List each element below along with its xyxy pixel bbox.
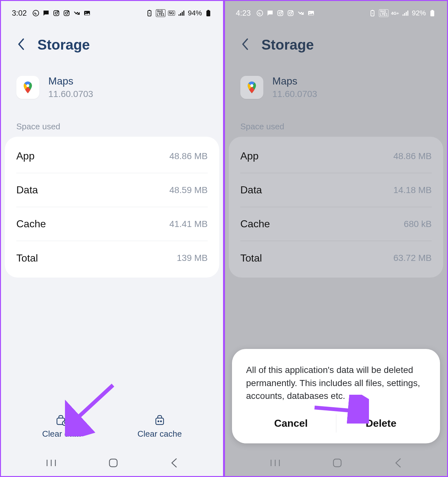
row-data-value: 48.59 MB [169, 185, 208, 195]
app-version: 11.60.0703 [48, 89, 93, 99]
page-title: Storage [37, 37, 90, 53]
svg-point-5 [65, 12, 68, 14]
recents-button[interactable] [46, 458, 57, 469]
row-total-label: Total [240, 252, 262, 264]
row-data: Data 48.59 MB [16, 173, 208, 207]
android-navbar [225, 451, 447, 476]
row-cache: Cache 680 kB [240, 207, 432, 241]
status-time: 3:02 [12, 9, 27, 18]
row-data-label: Data [16, 184, 38, 196]
cancel-button[interactable]: Cancel [246, 414, 336, 433]
svg-rect-10 [179, 14, 180, 16]
storage-card: App 48.86 MB Data 14.18 MB Cache 680 kB … [229, 137, 443, 278]
svg-point-8 [85, 12, 86, 13]
page-header: Storage [225, 18, 447, 53]
svg-rect-19 [156, 418, 164, 424]
row-data: Data 14.18 MB [240, 173, 432, 207]
svg-point-3 [58, 11, 58, 12]
app-name: Maps [272, 75, 317, 87]
clear-cache-icon [153, 414, 166, 426]
svg-rect-47 [333, 459, 341, 467]
delete-button[interactable]: Delete [336, 414, 426, 433]
row-data-value: 14.18 MB [393, 185, 432, 195]
battery-percent: 92% [412, 9, 426, 17]
chat-icon [266, 9, 274, 17]
svg-rect-14 [206, 11, 210, 16]
clear-cache-label: Clear cache [137, 429, 182, 439]
maps-app-icon [240, 76, 263, 99]
row-total-value: 139 MB [177, 253, 208, 263]
screenshot-right: 4:23 Vo)) LTE1 4G+ 92% Storage Maps [224, 0, 448, 477]
row-cache-label: Cache [240, 218, 270, 230]
back-icon[interactable] [17, 37, 26, 53]
row-data-label: Data [240, 184, 262, 196]
instagram-icon [276, 9, 284, 17]
clear-data-label: Clear data [42, 429, 81, 439]
clear-cache-button[interactable]: Clear cache [137, 414, 182, 439]
app-info: Maps 11.60.0703 [225, 53, 447, 99]
svg-rect-11 [180, 13, 181, 16]
maps-app-icon [16, 76, 39, 99]
app-info: Maps 11.60.0703 [1, 53, 223, 99]
svg-rect-15 [207, 10, 209, 11]
volte-icon: Vo)) LTE1 [379, 9, 388, 17]
instagram-icon-2 [287, 9, 294, 17]
battery-percent: 94% [188, 9, 202, 17]
svg-point-2 [55, 12, 57, 14]
svg-rect-42 [431, 10, 433, 11]
clear-data-icon [55, 414, 68, 426]
bottom-actions: Clear data Clear cache [1, 414, 223, 448]
recents-button[interactable] [270, 458, 281, 469]
row-total: Total 63.72 MB [240, 241, 432, 275]
storage-card: App 48.86 MB Data 48.59 MB Cache 41.41 M… [5, 137, 219, 278]
svg-rect-39 [406, 12, 407, 16]
power-saving-icon [146, 9, 153, 17]
battery-icon [204, 9, 212, 17]
row-app-value: 48.86 MB [393, 151, 432, 161]
dialog-message: All of this application's data will be d… [246, 364, 426, 403]
row-total-value: 63.72 MB [393, 253, 432, 263]
missed-call-icon [73, 9, 81, 17]
section-space-used: Space used [225, 99, 447, 137]
screenshot-left: 3:02 Vo)) LTE1 5G 94% Storage Maps [0, 0, 224, 477]
row-app-label: App [240, 150, 259, 162]
svg-rect-41 [430, 11, 434, 16]
svg-point-35 [309, 12, 310, 13]
power-saving-icon [369, 9, 376, 17]
home-button[interactable] [332, 457, 343, 470]
svg-point-32 [289, 12, 292, 14]
svg-point-30 [282, 11, 282, 12]
clear-data-button[interactable]: Clear data [42, 414, 81, 439]
picture-icon [307, 9, 315, 17]
svg-rect-25 [109, 459, 117, 467]
status-bar: 4:23 Vo)) LTE1 4G+ 92% [225, 1, 447, 18]
page-header: Storage [1, 18, 223, 53]
row-cache-label: Cache [16, 218, 46, 230]
volte-icon: Vo)) LTE1 [156, 9, 165, 17]
svg-point-0 [33, 10, 39, 16]
svg-point-6 [68, 11, 68, 12]
whatsapp-icon [32, 9, 40, 17]
confirm-dialog: All of this application's data will be d… [232, 349, 440, 443]
missed-call-icon [297, 9, 305, 17]
svg-point-21 [160, 421, 161, 422]
row-app-value: 48.86 MB [169, 151, 208, 161]
svg-rect-38 [404, 13, 405, 16]
battery-icon [428, 9, 436, 17]
network-5g-icon: 5G [168, 11, 175, 16]
svg-point-20 [158, 421, 159, 422]
back-button[interactable] [394, 457, 402, 470]
svg-point-29 [279, 12, 281, 14]
svg-rect-40 [407, 11, 408, 16]
row-cache-value: 41.41 MB [169, 219, 208, 229]
svg-point-27 [257, 10, 263, 16]
row-app-label: App [16, 150, 35, 162]
home-button[interactable] [108, 457, 119, 470]
svg-point-16 [26, 84, 29, 87]
row-total-label: Total [16, 252, 38, 264]
whatsapp-icon [256, 9, 264, 17]
back-icon[interactable] [241, 37, 250, 53]
chat-icon [42, 9, 50, 17]
row-cache: Cache 41.41 MB [16, 207, 208, 241]
back-button[interactable] [170, 457, 178, 470]
